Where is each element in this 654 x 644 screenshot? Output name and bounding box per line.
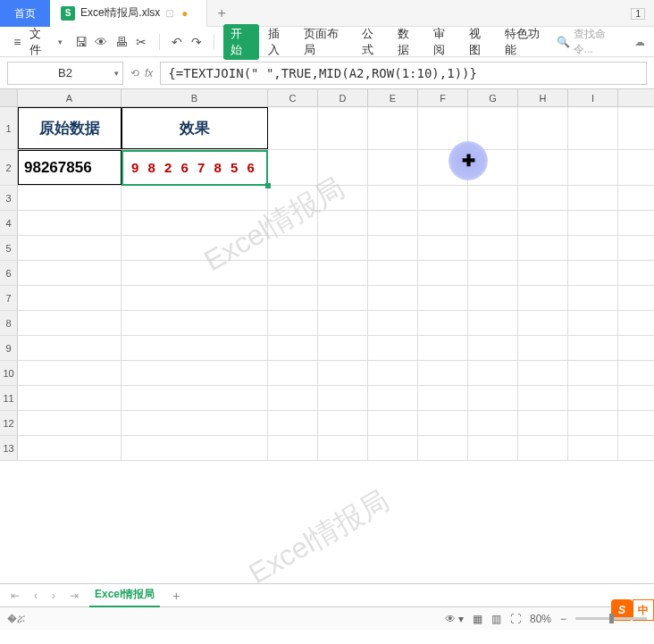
tab-layout[interactable]: 页面布局	[298, 26, 352, 58]
cell[interactable]	[18, 236, 122, 260]
cell-b1[interactable]: 效果	[122, 107, 268, 149]
cell[interactable]	[418, 286, 468, 310]
row-header-5[interactable]: 5	[0, 236, 18, 260]
cell[interactable]	[568, 186, 618, 210]
cell[interactable]	[318, 150, 368, 185]
cell[interactable]	[518, 261, 568, 285]
view-eye-icon[interactable]: 👁 ▾	[445, 613, 464, 625]
row-header-2[interactable]: 2	[0, 150, 18, 185]
formula-input[interactable]: {=TEXTJOIN(" ",TRUE,MID(A2,ROW(1:10),1))…	[160, 62, 647, 85]
sheet-tab-active[interactable]: Excel情报局	[89, 583, 160, 607]
cell[interactable]	[268, 436, 318, 460]
cut-icon[interactable]: ✂	[133, 33, 150, 51]
cell[interactable]	[18, 411, 122, 435]
cell[interactable]	[368, 186, 418, 210]
cell[interactable]	[268, 361, 318, 385]
cell[interactable]	[418, 311, 468, 335]
sheet-nav-first-icon[interactable]: ⇤	[7, 590, 23, 602]
sheet-nav-last-icon[interactable]: ⇥	[66, 590, 82, 602]
zoom-thumb[interactable]	[609, 614, 614, 623]
tab-special[interactable]: 特色功能	[499, 26, 553, 58]
undo-icon[interactable]: ↶	[168, 33, 185, 51]
cell[interactable]	[568, 436, 618, 460]
cell[interactable]	[122, 261, 268, 285]
cell[interactable]	[518, 211, 568, 235]
cell[interactable]	[418, 186, 468, 210]
cell[interactable]	[468, 386, 518, 410]
cell[interactable]	[368, 286, 418, 310]
chevron-down-icon[interactable]: ▾	[114, 69, 119, 78]
cell[interactable]	[418, 361, 468, 385]
print-icon[interactable]: 🖶	[113, 33, 130, 51]
print-preview-icon[interactable]: 👁	[93, 33, 110, 51]
tab-review[interactable]: 审阅	[428, 26, 460, 58]
cell[interactable]	[318, 311, 368, 335]
cell[interactable]	[122, 286, 268, 310]
status-mode-icon[interactable]: �ሯ	[7, 613, 25, 625]
fx-label[interactable]: fx	[145, 67, 153, 79]
cell[interactable]	[568, 150, 618, 185]
cell[interactable]	[318, 186, 368, 210]
cell[interactable]	[418, 411, 468, 435]
cell[interactable]	[418, 386, 468, 410]
cell[interactable]	[568, 286, 618, 310]
hamburger-icon[interactable]: ≡	[9, 33, 26, 51]
row-header-6[interactable]: 6	[0, 261, 18, 285]
cell[interactable]	[268, 261, 318, 285]
tab-insert[interactable]: 插入	[263, 26, 295, 58]
cell[interactable]	[18, 311, 122, 335]
cell[interactable]	[318, 336, 368, 360]
redo-icon[interactable]: ↷	[189, 33, 205, 51]
cell[interactable]	[318, 411, 368, 435]
cell[interactable]	[368, 336, 418, 360]
cell[interactable]	[122, 386, 268, 410]
fill-handle[interactable]	[265, 183, 271, 188]
cell[interactable]	[122, 361, 268, 385]
cell[interactable]	[518, 150, 568, 185]
cell[interactable]	[268, 186, 318, 210]
cell[interactable]	[318, 211, 368, 235]
cell[interactable]	[318, 386, 368, 410]
cell[interactable]	[568, 261, 618, 285]
add-sheet-button[interactable]: +	[167, 589, 185, 603]
cell-reference-box[interactable]: B2 ▾	[7, 62, 123, 85]
row-header-13[interactable]: 13	[0, 436, 18, 460]
cell[interactable]	[418, 261, 468, 285]
cell[interactable]	[318, 361, 368, 385]
tab-data[interactable]: 数据	[392, 26, 424, 58]
zoom-out-button[interactable]: −	[560, 613, 566, 625]
cell[interactable]	[268, 107, 318, 149]
zoom-value[interactable]: 80%	[530, 613, 551, 625]
new-tab-button[interactable]: +	[207, 5, 237, 21]
sheet-nav-next-icon[interactable]: ›	[48, 590, 59, 602]
fx-cancel-icon[interactable]: ⟲	[130, 67, 139, 79]
cell[interactable]	[518, 336, 568, 360]
cell[interactable]	[468, 336, 518, 360]
cell[interactable]	[18, 261, 122, 285]
cell[interactable]	[518, 186, 568, 210]
row-header-9[interactable]: 9	[0, 336, 18, 360]
view-fullscreen-icon[interactable]: ⛶	[510, 613, 521, 625]
cell[interactable]	[468, 286, 518, 310]
col-header-e[interactable]: E	[368, 89, 418, 106]
col-header-f[interactable]: F	[418, 89, 468, 106]
cell[interactable]	[268, 386, 318, 410]
row-header-3[interactable]: 3	[0, 186, 18, 210]
row-header-8[interactable]: 8	[0, 311, 18, 335]
cell[interactable]	[18, 361, 122, 385]
cell[interactable]	[368, 107, 418, 149]
cell[interactable]	[518, 236, 568, 260]
file-menu[interactable]: 文件	[29, 26, 51, 58]
col-header-d[interactable]: D	[318, 89, 368, 106]
cell[interactable]	[468, 186, 518, 210]
cell[interactable]	[18, 386, 122, 410]
cell[interactable]	[318, 107, 368, 149]
view-normal-icon[interactable]: ▦	[473, 613, 482, 625]
cell[interactable]	[368, 211, 418, 235]
cell[interactable]	[568, 236, 618, 260]
cell-a1[interactable]: 原始数据	[18, 107, 122, 149]
cell[interactable]	[518, 436, 568, 460]
cell[interactable]	[468, 311, 518, 335]
tab-start[interactable]: 开始	[223, 24, 259, 60]
cell[interactable]	[318, 286, 368, 310]
